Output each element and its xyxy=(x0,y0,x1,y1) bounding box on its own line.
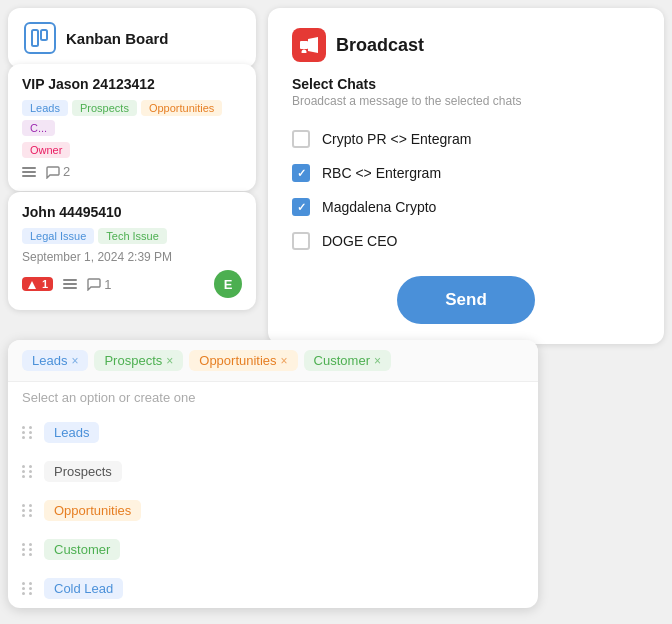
vip-jason-card: VIP Jason 24123412 Leads Prospects Oppor… xyxy=(8,64,256,191)
chat-item-4[interactable]: DOGE CEO xyxy=(292,224,640,258)
remove-prospects-icon[interactable]: × xyxy=(166,354,173,368)
svg-marker-5 xyxy=(28,281,36,289)
broadcast-description: Broadcast a message to the selected chat… xyxy=(292,94,640,108)
comment-icon: 2 xyxy=(46,164,70,179)
chat-checkbox-3[interactable] xyxy=(292,198,310,216)
chat-checkbox-1[interactable] xyxy=(292,130,310,148)
selected-tag-prospects[interactable]: Prospects × xyxy=(94,350,183,371)
john-tags-row: Legal Issue Tech Issue xyxy=(22,228,242,244)
vip-card-name: VIP Jason 24123412 xyxy=(22,76,242,92)
selected-tag-customer-label: Customer xyxy=(314,353,370,368)
tag-panel: Leads × Prospects × Opportunities × Cust… xyxy=(8,340,538,608)
chat-item-2[interactable]: RBC <> Entergram xyxy=(292,156,640,190)
vip-owner-row: Owner xyxy=(22,142,242,158)
vip-card-footer: 2 xyxy=(22,164,242,179)
kanban-title: Kanban Board xyxy=(66,30,169,47)
tag-prospects: Prospects xyxy=(72,100,137,116)
john-card-footer: 1 1 E xyxy=(22,270,242,298)
send-button[interactable]: Send xyxy=(397,276,535,324)
svg-rect-4 xyxy=(22,175,36,177)
drag-handle-coldlead xyxy=(22,582,34,595)
option-row-prospects[interactable]: Prospects xyxy=(8,452,538,491)
chat-label-2: RBC <> Entergram xyxy=(322,165,441,181)
chat-checkbox-4[interactable] xyxy=(292,232,310,250)
chat-checkbox-2[interactable] xyxy=(292,164,310,182)
selected-tag-customer[interactable]: Customer × xyxy=(304,350,391,371)
broadcast-card: Broadcast Select Chats Broadcast a messa… xyxy=(268,8,664,344)
drag-handle-opportunities xyxy=(22,504,34,517)
option-row-opportunities[interactable]: Opportunities xyxy=(8,491,538,530)
option-row-customer[interactable]: Customer xyxy=(8,530,538,569)
john-badge: 1 xyxy=(22,277,53,291)
john-menu-icon xyxy=(63,277,77,291)
selected-tag-opportunities[interactable]: Opportunities × xyxy=(189,350,297,371)
selected-tag-leads-label: Leads xyxy=(32,353,67,368)
john-comment-icon: 1 xyxy=(87,277,111,292)
drag-handle-prospects xyxy=(22,465,34,478)
option-leads[interactable]: Leads xyxy=(44,422,99,443)
vip-tags-row: Leads Prospects Opportunities C... xyxy=(22,100,242,136)
option-coldlead[interactable]: Cold Lead xyxy=(44,578,123,599)
svg-rect-9 xyxy=(300,41,308,49)
remove-opportunities-icon[interactable]: × xyxy=(281,354,288,368)
selected-tag-opportunities-label: Opportunities xyxy=(199,353,276,368)
option-row-coldlead[interactable]: Cold Lead xyxy=(8,569,538,608)
svg-rect-6 xyxy=(63,279,77,281)
drag-handle-customer xyxy=(22,543,34,556)
chat-label-4: DOGE CEO xyxy=(322,233,397,249)
broadcast-title: Broadcast xyxy=(336,35,424,56)
svg-rect-0 xyxy=(32,30,38,46)
panel-hint: Select an option or create one xyxy=(8,382,538,413)
vip-comment-count: 2 xyxy=(63,164,70,179)
drag-handle-leads xyxy=(22,426,34,439)
svg-rect-1 xyxy=(41,30,47,40)
menu-icon xyxy=(22,165,36,179)
remove-leads-icon[interactable]: × xyxy=(71,354,78,368)
svg-point-10 xyxy=(302,50,307,54)
john-card-date: September 1, 2024 2:39 PM xyxy=(22,250,242,264)
broadcast-subtitle: Select Chats xyxy=(292,76,640,92)
chat-item-3[interactable]: Magdalena Crypto xyxy=(292,190,640,224)
selected-tag-prospects-label: Prospects xyxy=(104,353,162,368)
tag-opportunities: Opportunities xyxy=(141,100,222,116)
tag-leads: Leads xyxy=(22,100,68,116)
svg-rect-7 xyxy=(63,283,77,285)
tag-owner: Owner xyxy=(22,142,70,158)
tag-tech: Tech Issue xyxy=(98,228,167,244)
chat-item-1[interactable]: Crypto PR <> Entegram xyxy=(292,122,640,156)
kanban-icon xyxy=(24,22,56,54)
option-opportunities[interactable]: Opportunities xyxy=(44,500,141,521)
tag-legal: Legal Issue xyxy=(22,228,94,244)
remove-customer-icon[interactable]: × xyxy=(374,354,381,368)
selected-tags-row: Leads × Prospects × Opportunities × Cust… xyxy=(8,340,538,382)
broadcast-header: Broadcast xyxy=(292,28,640,62)
john-card-name: John 44495410 xyxy=(22,204,242,220)
option-prospects[interactable]: Prospects xyxy=(44,461,122,482)
chat-label-3: Magdalena Crypto xyxy=(322,199,436,215)
tag-c: C... xyxy=(22,120,55,136)
broadcast-icon xyxy=(292,28,326,62)
john-avatar: E xyxy=(214,270,242,298)
svg-rect-2 xyxy=(22,167,36,169)
svg-rect-3 xyxy=(22,171,36,173)
option-customer[interactable]: Customer xyxy=(44,539,120,560)
option-row-leads[interactable]: Leads xyxy=(8,413,538,452)
john-comment-count: 1 xyxy=(104,277,111,292)
chat-label-1: Crypto PR <> Entegram xyxy=(322,131,471,147)
john-card: John 44495410 Legal Issue Tech Issue Sep… xyxy=(8,192,256,310)
kanban-board-card: Kanban Board xyxy=(8,8,256,68)
svg-rect-8 xyxy=(63,287,77,289)
selected-tag-leads[interactable]: Leads × xyxy=(22,350,88,371)
